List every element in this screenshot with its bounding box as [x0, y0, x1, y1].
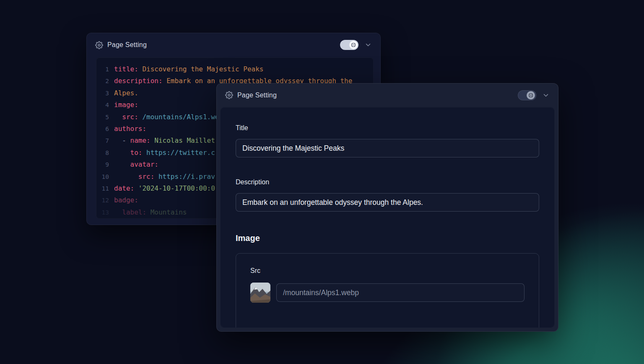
panel-title: Page Setting [107, 41, 147, 49]
line-content: Alpes. [109, 87, 138, 99]
desktop-background: Page Setting 1title: Discovering the Maj… [0, 0, 644, 364]
line-number: 10 [96, 171, 109, 183]
image-section-heading: Image [236, 233, 539, 243]
panel-title: Page Setting [237, 92, 277, 99]
code-line: 1title: Discovering the Majestic Peaks [96, 63, 373, 75]
line-number: 3 [96, 87, 109, 99]
description-label: Description [236, 178, 539, 186]
src-input[interactable] [276, 283, 525, 302]
line-content: badge: [109, 194, 138, 206]
page-setting-form-panel: Page Setting Title Description [216, 83, 558, 332]
toggle-knob [349, 41, 358, 49]
description-input[interactable] [236, 193, 539, 212]
code-view-toggle[interactable] [518, 90, 536, 100]
chevron-down-icon[interactable] [542, 92, 550, 99]
line-content: label: Mountains [109, 207, 187, 218]
image-thumbnail[interactable] [250, 283, 270, 303]
mountain-photo [250, 283, 270, 303]
line-content: authors: [109, 123, 146, 135]
src-label: Src [250, 267, 525, 275]
src-row [250, 283, 525, 303]
code-view-toggle[interactable] [340, 40, 358, 50]
image-group-box: Src [236, 253, 539, 328]
panel-header: Page Setting [217, 84, 558, 107]
line-number: 9 [96, 159, 109, 170]
panel-header: Page Setting [87, 33, 380, 57]
line-number: 13 [96, 207, 109, 218]
line-number: 2 [96, 75, 109, 87]
line-content: to: https://twitter.c [109, 147, 215, 159]
line-content: image: [109, 99, 138, 111]
line-number: 7 [96, 135, 109, 147]
line-content: avatar: [109, 159, 158, 170]
gear-icon [95, 41, 103, 49]
line-number: 5 [96, 111, 109, 123]
line-content: title: Discovering the Majestic Peaks [109, 63, 263, 75]
code-block-icon [528, 93, 533, 98]
toggle-knob [527, 91, 535, 100]
line-number: 11 [96, 183, 109, 194]
line-content: src: https://i.prav [109, 171, 215, 183]
line-content: src: /mountains/Alps1.webp [109, 111, 227, 123]
line-number: 8 [96, 147, 109, 159]
line-number: 12 [96, 194, 109, 206]
chevron-down-icon[interactable] [364, 41, 372, 49]
line-number: 6 [96, 123, 109, 135]
line-number: 4 [96, 99, 109, 111]
line-content: date: '2024-10-17T00:00:0 [109, 183, 215, 194]
title-label: Title [236, 124, 539, 132]
line-content: - name: Nicolas Maillet [109, 135, 215, 147]
code-block-icon [351, 42, 356, 47]
title-input[interactable] [236, 139, 539, 157]
page-setting-form: Title Description Image Src [220, 107, 555, 328]
gear-icon [225, 91, 233, 99]
line-number: 1 [96, 63, 109, 75]
